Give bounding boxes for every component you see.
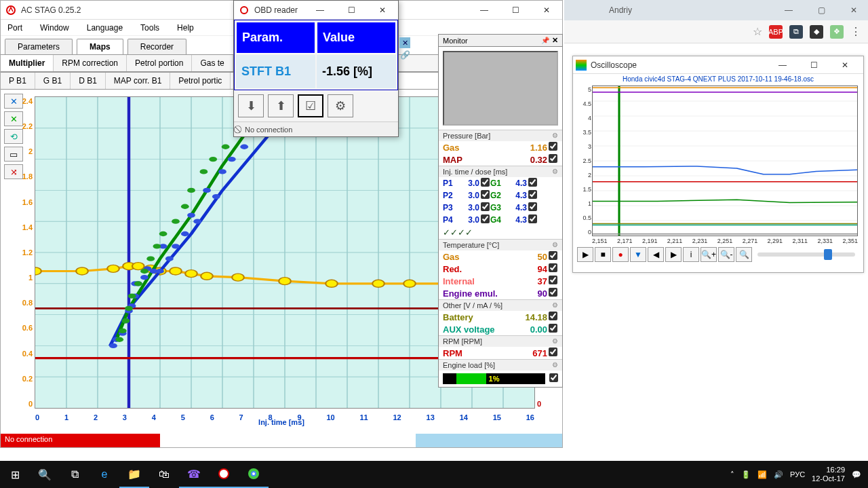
mon-checkbox[interactable]: [549, 154, 557, 163]
obd-close-button[interactable]: ✕: [367, 1, 398, 20]
min-button[interactable]: ―: [469, 1, 500, 20]
tab-petrol-portion[interactable]: Petrol portion: [127, 55, 192, 71]
osc-min-button[interactable]: ―: [767, 56, 798, 75]
browser-max-button[interactable]: ▢: [811, 3, 831, 18]
tab-db1[interactable]: D B1: [71, 73, 106, 89]
ext-icon-4[interactable]: ❖: [830, 25, 844, 39]
tab-mapcorr-b1[interactable]: MAP corr. B1: [106, 73, 170, 89]
obd-check-button[interactable]: ☑: [298, 94, 323, 117]
mon-checkbox[interactable]: [549, 288, 557, 297]
obd-min-button[interactable]: ―: [304, 1, 336, 20]
tray-battery-icon[interactable]: 🔋: [741, 470, 751, 479]
osc-info-button[interactable]: i: [683, 247, 699, 262]
tab-gas-te[interactable]: Gas te: [192, 55, 233, 71]
monitor-close-icon[interactable]: ✕: [552, 36, 558, 45]
gear-icon[interactable]: ⚙: [552, 301, 558, 309]
gear-icon[interactable]: ⚙: [552, 241, 558, 249]
tray-up-icon[interactable]: ˄: [730, 470, 734, 479]
browser-close-button[interactable]: ✕: [844, 3, 864, 18]
pin-icon[interactable]: 📌: [541, 37, 549, 44]
mon-checkbox[interactable]: [549, 142, 557, 151]
search-button[interactable]: 🔍: [30, 461, 60, 488]
tab-parameters[interactable]: Parameters: [5, 39, 73, 54]
tray-clock[interactable]: 16:29 12-Oct-17: [812, 466, 845, 483]
gear-icon[interactable]: ⚙: [552, 168, 558, 176]
obd-gear-button[interactable]: ⚙: [328, 94, 353, 117]
inj-p-ck[interactable]: [481, 178, 490, 187]
browser-min-button[interactable]: ―: [778, 3, 799, 18]
inj-g-ck[interactable]: [528, 202, 537, 211]
edge-icon[interactable]: e: [90, 461, 119, 488]
inj-g-ck[interactable]: [528, 178, 537, 187]
acstag-task-icon[interactable]: [209, 461, 239, 488]
tray-notif-icon[interactable]: 💬: [852, 470, 861, 479]
taskview-button[interactable]: ⧉: [60, 461, 90, 488]
panel-close-badge[interactable]: ✕: [399, 37, 410, 48]
inj-p-ck[interactable]: [481, 202, 490, 211]
osc-stop-button[interactable]: ■: [595, 247, 611, 262]
svg-point-66: [228, 157, 236, 162]
menu-help[interactable]: Help: [177, 23, 194, 33]
chrome-menu-icon[interactable]: ⋮: [850, 25, 861, 38]
tray-wifi-icon[interactable]: 📶: [757, 470, 767, 479]
menu-language[interactable]: Language: [87, 23, 123, 33]
browser-tab-label[interactable]: Andriy: [609, 5, 632, 15]
tab-recorder[interactable]: Recorder: [127, 39, 186, 54]
inj-g-ck[interactable]: [528, 190, 537, 199]
tab-multiplier[interactable]: Multiplier: [1, 55, 54, 71]
viber-icon[interactable]: ☎: [179, 461, 209, 488]
explorer-icon[interactable]: 📁: [119, 461, 149, 488]
load-checkbox[interactable]: [549, 373, 558, 382]
mon-checkbox[interactable]: [549, 251, 557, 260]
chrome-task-icon[interactable]: [239, 461, 269, 488]
obd-value: -1.56 [%]: [317, 55, 396, 88]
osc-record-button[interactable]: ●: [612, 247, 629, 262]
max-button[interactable]: ☐: [500, 1, 531, 20]
mon-checkbox[interactable]: [549, 348, 557, 356]
close-button[interactable]: ✕: [531, 1, 562, 20]
gear-icon[interactable]: ⚙: [552, 337, 558, 345]
star-icon[interactable]: ☆: [753, 25, 762, 38]
tab-petrol-portic[interactable]: Petrol portic: [170, 73, 231, 89]
tab-maps[interactable]: Maps: [77, 39, 123, 54]
abp-ext-icon[interactable]: ABP: [769, 25, 783, 39]
osc-chart[interactable]: 54.543.532.521.510.50: [592, 86, 858, 236]
osc-zoomfit-button[interactable]: 🔍: [736, 247, 752, 262]
svg-point-60: [181, 231, 189, 236]
obd-down-button[interactable]: ⬇: [238, 94, 264, 117]
tab-pb1[interactable]: P B1: [1, 73, 35, 89]
inj-p-ck[interactable]: [481, 190, 490, 199]
inj-g-ck[interactable]: [528, 214, 537, 223]
inj-p-ck[interactable]: [481, 214, 490, 223]
menu-tools[interactable]: Tools: [140, 23, 159, 33]
obd-max-button[interactable]: ☐: [336, 1, 367, 20]
svg-point-79: [134, 281, 142, 286]
mon-checkbox[interactable]: [549, 324, 557, 333]
gear-icon[interactable]: ⚙: [552, 361, 558, 369]
start-button[interactable]: ⊞: [0, 461, 30, 488]
ext-icon-2[interactable]: ⧉: [789, 25, 803, 39]
mon-checkbox[interactable]: [549, 276, 557, 284]
menu-port[interactable]: Port: [7, 23, 22, 33]
osc-zoomin-button[interactable]: 🔍+: [701, 247, 717, 262]
tray-lang[interactable]: РУС: [790, 470, 805, 478]
tab-rpm-correction[interactable]: RPM correction: [54, 55, 127, 71]
osc-play-button[interactable]: ▶: [577, 247, 593, 262]
menu-window[interactable]: Window: [40, 23, 69, 33]
tray-volume-icon[interactable]: 🔊: [774, 470, 783, 479]
osc-max-button[interactable]: ☐: [798, 56, 829, 75]
tab-gb1[interactable]: G B1: [35, 73, 71, 89]
panel-link-icon[interactable]: 🔗: [399, 50, 410, 60]
ext-icon-3[interactable]: ◆: [810, 25, 823, 39]
osc-next-button[interactable]: ▶: [665, 247, 682, 262]
osc-prev-button[interactable]: ◀: [648, 247, 664, 262]
osc-close-button[interactable]: ✕: [829, 56, 861, 75]
obd-up-button[interactable]: ⬆: [268, 94, 294, 117]
gear-icon[interactable]: ⚙: [552, 132, 558, 140]
osc-zoomout-button[interactable]: 🔍-: [718, 247, 734, 262]
mon-checkbox[interactable]: [549, 263, 557, 272]
osc-save-button[interactable]: ▼: [630, 247, 646, 262]
mon-checkbox[interactable]: [549, 312, 557, 320]
store-icon[interactable]: 🛍: [149, 461, 179, 488]
osc-slider[interactable]: [757, 252, 855, 257]
